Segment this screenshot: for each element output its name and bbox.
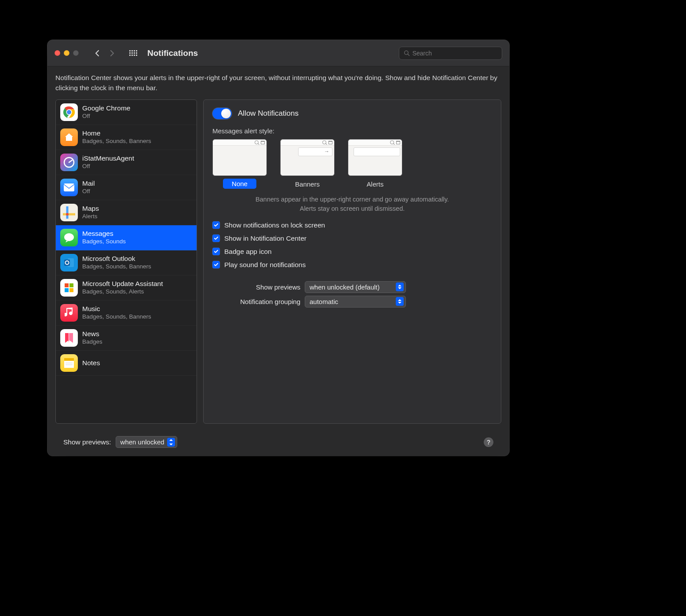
app-name: Messages [82,229,126,238]
svg-rect-6 [134,52,135,54]
svg-rect-26 [65,283,69,287]
app-row-chrome[interactable]: Google ChromeOff [56,100,197,125]
stepper-icon [396,297,404,306]
app-row-maps[interactable]: MapsAlerts [56,200,197,225]
app-row-istat[interactable]: iStatMenusAgentOff [56,150,197,175]
svg-rect-5 [131,52,133,54]
app-subtitle: Badges, Sounds [82,238,126,246]
music-icon [60,304,78,322]
check-lock-screen-row[interactable]: Show notifications on lock screen [212,221,492,229]
svg-rect-31 [64,361,74,368]
app-row-mail[interactable]: MailOff [56,175,197,200]
check-badge-row[interactable]: Badge app icon [212,248,492,256]
help-button[interactable]: ? [484,437,493,447]
alert-style-none[interactable]: None [212,139,267,189]
check-badge-label: Badge app icon [224,248,272,256]
alert-style-description: Banners appear in the upper-right corner… [249,195,456,213]
show-previews-value: when unlocked (default) [310,283,379,291]
footer-previews-label: Show previews: [63,438,111,446]
app-name: Google Chrome [82,104,130,112]
intro-text: Notification Center shows your alerts in… [55,73,501,93]
check-lock-screen-box [212,221,220,229]
app-subtitle: Badges, Sounds, Alerts [82,288,163,296]
alert-style-alerts-preview [348,139,402,176]
allow-notifications-toggle[interactable] [212,108,232,119]
grouping-row: Notification grouping automatic [212,296,492,308]
check-sound-label: Play sound for notifications [224,261,306,269]
detail-pane: Allow Notifications Messages alert style… [203,99,501,424]
show-previews-select[interactable]: when unlocked (default) [305,281,406,293]
svg-rect-28 [65,288,69,292]
app-row-notes[interactable]: Notes [56,351,197,376]
app-row-msg[interactable]: MessagesBadges, Sounds [56,225,197,250]
search-input[interactable] [412,50,497,57]
svg-rect-19 [64,183,74,191]
svg-rect-7 [136,52,137,54]
app-name: Music [82,304,151,313]
app-subtitle: Badges, Sounds, Banners [82,263,151,271]
check-sound-row[interactable]: Play sound for notifications [212,261,492,269]
outlook-icon [60,254,78,271]
check-notif-center-row[interactable]: Show in Notification Center [212,235,492,242]
app-list: Google ChromeOffHomeBadges, Sounds, Bann… [55,99,197,424]
app-name: Microsoft Outlook [82,254,151,263]
svg-rect-0 [129,50,131,51]
alert-style-alerts[interactable]: Alerts [348,139,402,189]
alert-style-row: None Banners Alerts [212,139,492,189]
body: Notification Center shows your alerts in… [47,66,509,456]
app-name: Maps [82,204,99,213]
grouping-select[interactable]: automatic [305,296,406,308]
grouping-label: Notification grouping [212,298,300,305]
app-name: iStatMenusAgent [82,154,134,162]
svg-rect-29 [69,288,73,292]
alert-style-none-label: None [223,179,256,189]
footer-previews-select[interactable]: when unlocked [116,436,177,448]
stepper-icon [167,438,175,447]
alert-style-banners[interactable]: Banners [280,139,335,189]
app-subtitle: Badges, Sounds, Banners [82,138,151,145]
page-title: Notifications [147,48,198,58]
back-button[interactable] [91,48,103,59]
app-row-home[interactable]: HomeBadges, Sounds, Banners [56,125,197,150]
grouping-value: automatic [310,298,338,305]
preferences-window: Notifications Notification Center shows … [47,40,509,456]
window-controls [55,50,79,56]
search-field[interactable] [399,47,502,60]
check-lock-screen-label: Show notifications on lock screen [224,221,325,229]
svg-rect-1 [131,50,133,51]
app-name: Mail [82,179,95,187]
alert-style-heading: Messages alert style: [212,127,492,135]
app-name: Notes [82,359,100,367]
svg-rect-4 [129,52,131,54]
mua-icon [60,279,78,297]
forward-button [106,48,118,59]
app-name: Microsoft Update Assistant [82,279,163,288]
alert-style-banners-preview [280,139,335,176]
chrome-icon [60,103,78,121]
app-row-outlook[interactable]: Microsoft OutlookBadges, Sounds, Banners [56,250,197,275]
check-sound-box [212,261,220,268]
close-window-button[interactable] [55,50,60,56]
alert-style-alerts-label: Alerts [367,180,383,188]
mail-icon [60,179,78,196]
svg-rect-10 [134,55,135,56]
show-all-button[interactable] [127,48,139,59]
news-icon [60,329,78,347]
svg-rect-2 [134,50,135,51]
svg-rect-27 [69,283,73,287]
show-previews-row: Show previews when unlocked (default) [212,281,492,293]
app-row-mua[interactable]: Microsoft Update AssistantBadges, Sounds… [56,275,197,301]
svg-point-21 [66,213,69,216]
footer-previews-value: when unlocked [120,438,164,446]
svg-rect-3 [136,50,137,51]
app-row-news[interactable]: NewsBadges [56,326,197,351]
app-name: Home [82,129,151,137]
app-subtitle: Alerts [82,213,99,220]
minimize-window-button[interactable] [64,50,69,56]
app-list-scroll[interactable]: Google ChromeOffHomeBadges, Sounds, Bann… [56,100,197,424]
app-row-music[interactable]: MusicBadges, Sounds, Banners [56,301,197,326]
footer: Show previews: when unlocked ? [55,430,501,448]
msg-icon [60,229,78,246]
svg-point-17 [67,110,71,114]
check-notif-center-box [212,235,220,242]
